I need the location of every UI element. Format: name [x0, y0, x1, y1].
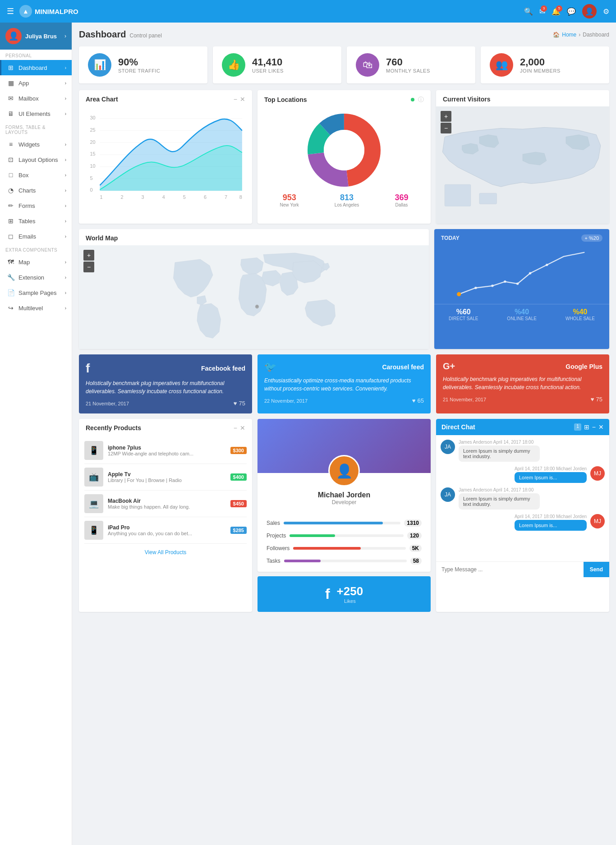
world-map-zoom-in[interactable]: +	[83, 250, 94, 261]
search-icon[interactable]: 🔍	[524, 7, 533, 16]
stat-label-sales: MONTHLY SALES	[386, 68, 430, 73]
mailbox-icon: ✉	[7, 95, 15, 102]
stat-icon-members: 👥	[490, 53, 513, 77]
svg-text:7: 7	[225, 194, 227, 200]
stat-row-tasks: Tasks 58	[262, 555, 426, 567]
hamburger-icon[interactable]: ☰	[7, 6, 14, 16]
sidebar-item-mailbox[interactable]: ✉ Mailbox ›	[0, 91, 72, 106]
today-badge: + %20	[581, 234, 603, 242]
stat-label-tasks: Tasks	[267, 558, 280, 564]
area-chart-controls[interactable]: − ✕	[234, 96, 245, 103]
info-icon[interactable]: ⓘ	[418, 96, 424, 104]
chat-expand-icon[interactable]: ⊞	[584, 423, 589, 431]
chat-sender-2: Michael Jorden	[556, 466, 587, 471]
chat-sender-3: James Anderson	[459, 487, 492, 492]
whole-sale-stat: %40 WHOLE SALE	[565, 308, 595, 321]
settings-icon[interactable]: ⚙	[603, 7, 609, 16]
chat-input[interactable]	[436, 562, 584, 577]
map-icon: 🗺	[7, 258, 15, 266]
facebook-title: Facebook feed	[201, 365, 245, 372]
widgets-icon: ≡	[7, 141, 15, 148]
live-dot	[411, 98, 414, 101]
world-map-zoom-out[interactable]: −	[83, 262, 94, 272]
user-avatar[interactable]: 👤	[582, 4, 597, 18]
stat-card-traffic: 📊 90% STORE TRAFFIC	[79, 46, 207, 83]
bell-badge: 5	[556, 5, 562, 12]
ui-icon: 🖥	[7, 110, 15, 117]
mail-icon[interactable]: ✉3	[539, 7, 545, 16]
sidebar-item-box[interactable]: □ Box ›	[0, 167, 72, 183]
profile-name: Michael Jorden	[264, 491, 424, 499]
bottom-row: Recently Products − ✕ 📱 iphone 7plus 12M…	[79, 419, 609, 612]
svg-text:8: 8	[239, 194, 242, 200]
fb-label: Likes	[337, 598, 363, 604]
chat-body: JA James Anderson April 14, 2017 18:00 L…	[436, 435, 609, 561]
sidebar-item-sample-pages[interactable]: 📄 Sample Pages ›	[0, 285, 72, 300]
stat-label-traffic: STORE TRAFFIC	[118, 68, 161, 73]
svg-text:3: 3	[142, 194, 144, 200]
close-icon[interactable]: ✕	[240, 96, 245, 103]
sidebar-item-app[interactable]: ▦ App ›	[0, 75, 72, 91]
sidebar-label-widgets: Widgets	[18, 141, 40, 148]
product-desc-ipad: Anything you can do, you can do bet...	[108, 531, 226, 536]
sidebar-item-dashboard[interactable]: ⊞ Dashboard ›	[0, 60, 72, 75]
forms-icon: ✏	[7, 202, 15, 209]
svg-text:20: 20	[90, 139, 96, 145]
bell-icon[interactable]: 🔔5	[552, 7, 561, 16]
area-chart-title: Area Chart	[86, 96, 118, 103]
current-visitors-title: Current Visitors	[443, 96, 491, 103]
sidebar-item-ui-elements[interactable]: 🖥 UI Elements ›	[0, 106, 72, 121]
chat-sender-4: Michael Jorden	[556, 514, 587, 519]
stat-bar-tasks	[284, 560, 321, 562]
chat-time-3: April 14, 2017 18:00	[493, 487, 534, 492]
stat-cards: 📊 90% STORE TRAFFIC 👍 41,410 USER LIKES …	[79, 46, 609, 83]
sidebar-item-widgets[interactable]: ≡ Widgets ›	[0, 137, 72, 152]
minimize-products-icon[interactable]: −	[234, 424, 237, 432]
chat-meta-3: James Anderson April 14, 2017 18:00	[459, 487, 540, 492]
chat-icon[interactable]: 💬	[567, 7, 576, 16]
chat-close-icon[interactable]: ✕	[598, 423, 604, 431]
chat-bubble-1: Lorem Ipsum is simply dummy text industr…	[459, 445, 540, 462]
sidebar-item-emails[interactable]: ◻ Emails ›	[0, 229, 72, 244]
world-map-card: World Map + −	[79, 229, 429, 349]
sidebar-item-layout[interactable]: ⊡ Layout Options ›	[0, 152, 72, 167]
stat-num-sales: 1310	[404, 519, 422, 527]
sidebar-item-extension[interactable]: 🔧 Extension ›	[0, 270, 72, 285]
breadcrumb-home-link[interactable]: Home	[562, 32, 576, 38]
sidebar-item-forms[interactable]: ✏ Forms ›	[0, 198, 72, 213]
sidebar-label-charts: Charts	[18, 187, 36, 194]
current-visitors-card: Current Visitors + −	[436, 90, 609, 224]
product-item-apple-tv: 📺 Apple Tv Library | For You | Browse | …	[84, 464, 247, 491]
product-price-macbook: $450	[230, 500, 247, 507]
sidebar-item-multilevel[interactable]: ↪ Multilevel ›	[0, 300, 72, 316]
minimize-icon[interactable]: −	[234, 96, 237, 103]
online-sale-stat: %40 ONLINE SALE	[507, 308, 537, 321]
brand-name: MINIMALPRO	[35, 8, 78, 15]
dal-value: 369	[395, 193, 408, 202]
page-title: Dashboard	[79, 29, 126, 40]
chat-message-2: MJ April 14, 2017 18:00 Michael Jorden L…	[441, 466, 605, 483]
sidebar-item-charts[interactable]: ◔ Charts ›	[0, 183, 72, 198]
chat-bubble-3: Lorem Ipsum is simply dummy text industr…	[459, 493, 540, 510]
sidebar-label-tables: Tables	[18, 218, 36, 225]
sidebar-item-map[interactable]: 🗺 Map ›	[0, 254, 72, 270]
chat-send-button[interactable]: Send	[584, 562, 609, 577]
sidebar-profile[interactable]: 👤 Juliya Brus ›	[0, 23, 72, 50]
sidebar-label-map: Map	[18, 259, 30, 266]
chat-avatar-michael-2: MJ	[590, 514, 605, 528]
view-all-products-link[interactable]: View All Products	[84, 544, 247, 561]
stat-value-likes: 41,410	[252, 56, 284, 68]
layout-icon: ⊡	[7, 156, 15, 163]
chat-minimize-icon[interactable]: −	[592, 423, 596, 431]
chat-meta-4: April 14, 2017 18:00 Michael Jorden	[515, 514, 587, 519]
chat-message-1: JA James Anderson April 14, 2017 18:00 L…	[441, 440, 605, 462]
product-desc-macbook: Make big things happen. All day long.	[108, 504, 226, 510]
facebook-likes-card: f +250 Likes	[257, 576, 431, 612]
close-products-icon[interactable]: ✕	[240, 424, 245, 432]
stat-icon-likes: 👍	[222, 53, 245, 77]
sidebar-item-tables[interactable]: ⊞ Tables ›	[0, 213, 72, 229]
twitter-title: Carousel feed	[382, 363, 424, 371]
sidebar-label-dashboard: Dashboard	[18, 64, 47, 71]
brand-icon: ▲	[19, 5, 32, 18]
svg-text:15: 15	[90, 151, 96, 156]
